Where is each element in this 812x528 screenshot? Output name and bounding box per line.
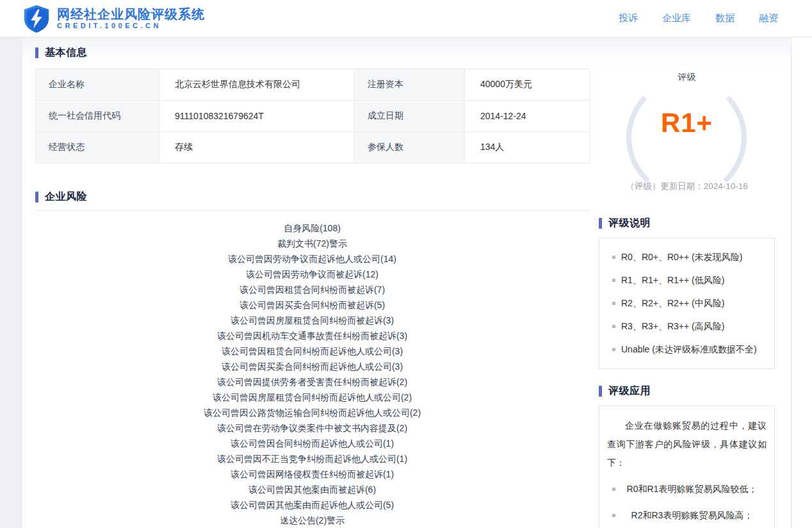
risk-item: 该公司曾因房屋租赁合同纠纷而起诉他人或公司(2) xyxy=(35,390,589,405)
usage-item: R0和R1表明赊账贸易风险较低； xyxy=(607,480,767,499)
rating-scale-item: R3、R3+、R3++ (高风险) xyxy=(607,320,767,333)
info-value: 北京云杉世界信息技术有限公司 xyxy=(159,69,355,101)
risk-item: 该公司曾因买卖合同纠纷而被起诉(5) xyxy=(35,297,589,313)
rating-scale-item: R2、R2+、R2++ (中风险) xyxy=(607,297,767,309)
bullet-square-icon xyxy=(612,348,615,351)
info-value: 91110108321679624T xyxy=(159,101,355,132)
nav-link[interactable]: 数据 xyxy=(715,12,735,24)
risk-item: 该公司曾在劳动争议类案件中被文书内容提及(2) xyxy=(35,420,589,436)
main-nav: 投诉企业库数据融资 xyxy=(619,12,778,24)
bullet-square-icon xyxy=(612,279,615,282)
info-label: 经营状态 xyxy=(36,132,159,163)
nav-link[interactable]: 投诉 xyxy=(619,12,638,24)
top-header: 网经社企业风险评级系统 CREDIT.100EC.CN 投诉企业库数据融资 xyxy=(0,0,812,37)
nav-link[interactable]: 融资 xyxy=(759,12,778,24)
rating-scale-item: R0、R0+、R0++ (未发现风险) xyxy=(607,251,767,263)
risk-item: 该公司曾因机动车交通事故责任纠纷而被起诉(3) xyxy=(35,328,589,343)
info-value: 2014-12-24 xyxy=(465,101,590,132)
info-value: 40000万美元 xyxy=(465,69,590,101)
risk-item: 该公司曾因不正当竞争纠纷而起诉他人或公司(1) xyxy=(35,451,589,466)
rating-scale-item: R1、R1+、R1++ (低风险) xyxy=(607,274,767,286)
risk-item: 该公司曾因合同纠纷而起诉他人或公司(1) xyxy=(35,436,589,451)
logo-text: 网经社企业风险评级系统 CREDIT.100EC.CN xyxy=(57,7,205,30)
bullet-square-icon xyxy=(612,256,615,259)
risk-item: 该公司曾因租赁合同纠纷而起诉他人或公司(3) xyxy=(35,343,589,359)
usage-item: R2和R3表明赊账贸易风险高； xyxy=(607,506,767,525)
rating-scale-box: R0、R0+、R0++ (未发现风险) R1、R1+、R1++ (低风险) R2… xyxy=(599,238,775,369)
shield-lightning-icon xyxy=(22,4,51,33)
bullet-square-icon xyxy=(612,325,615,328)
site-logo[interactable]: 网经社企业风险评级系统 CREDIT.100EC.CN xyxy=(22,4,205,33)
section-bar-icon xyxy=(35,47,38,58)
risk-item: 该公司曾因提供劳务者受害责任纠纷而被起诉(2) xyxy=(35,374,589,390)
rating-panel: 评级 R1+ （评级）更新日期：2024-10-16 xyxy=(599,63,775,201)
table-row: 经营状态 存续 参保人数 134人 xyxy=(36,132,590,163)
section-title: 基本信息 xyxy=(45,46,87,60)
rating-usage-header: 评级应用 xyxy=(599,384,775,397)
rating-scale-item: Unable (未达评级标准或数据不全) xyxy=(607,343,767,356)
risk-item: 该公司曾因网络侵权责任纠纷而被起诉(1) xyxy=(35,466,589,482)
info-value: 134人 xyxy=(465,132,590,163)
info-value: 存续 xyxy=(159,132,355,163)
section-bar-icon xyxy=(599,218,602,229)
rating-update-date: （评级）更新日期：2024-10-16 xyxy=(599,181,775,192)
bullet-square-icon xyxy=(612,302,615,305)
table-row: 企业名称 北京云杉世界信息技术有限公司 注册资本 40000万美元 xyxy=(36,69,590,101)
risk-item: 送达公告(2)警示 xyxy=(35,513,589,528)
risk-item: 自身风险(108) xyxy=(35,220,589,236)
section-bar-icon xyxy=(35,192,38,202)
scroll-gutter xyxy=(792,37,812,528)
risk-item: 该公司曾因其他案由而起诉他人或公司(5) xyxy=(35,497,589,513)
rating-notes-section: 评级说明 R0、R0+、R0++ (未发现风险) R1、R1+、R1++ (低风… xyxy=(599,217,775,369)
info-label: 注册资本 xyxy=(355,69,465,101)
section-title: 评级说明 xyxy=(608,217,651,230)
usage-intro: 企业在做赊账贸易的过程中，建议查询下游客户的风险评级，具体建议如下： xyxy=(607,417,767,472)
sidebar: 评级 R1+ （评级）更新日期：2024-10-16 评级说明 R0 xyxy=(599,46,775,528)
info-label: 企业名称 xyxy=(36,69,159,101)
risk-section-header: 企业风险 xyxy=(35,190,589,203)
risk-section: 企业风险 自身风险(108)裁判文书(72)警示该公司曾因劳动争议而起诉他人或公… xyxy=(35,190,589,528)
risk-item: 该公司曾因租赁合同纠纷而被起诉(7) xyxy=(35,282,589,297)
risk-item: 该公司曾因房屋租赁合同纠纷而被起诉(3) xyxy=(35,313,589,328)
risk-list: 自身风险(108)裁判文书(72)警示该公司曾因劳动争议而起诉他人或公司(14)… xyxy=(35,220,589,528)
table-row: 统一社会信用代码 91110108321679624T 成立日期 2014-12… xyxy=(36,101,590,132)
rating-usage-box: 企业在做赊账贸易的过程中，建议查询下游客户的风险评级，具体建议如下： R0和R1… xyxy=(599,406,775,528)
nav-link[interactable]: 企业库 xyxy=(662,12,691,24)
risk-item: 该公司曾因劳动争议而起诉他人或公司(14) xyxy=(35,251,589,267)
section-title: 企业风险 xyxy=(45,190,87,204)
bullet-square-icon xyxy=(612,488,615,491)
rating-usage-section: 评级应用 企业在做赊账贸易的过程中，建议查询下游客户的风险评级，具体建议如下： … xyxy=(599,384,775,528)
logo-title: 网经社企业风险评级系统 xyxy=(57,7,205,21)
risk-item: 该公司曾因买卖合同纠纷而起诉他人或公司(3) xyxy=(35,359,589,374)
main-column: 基本信息 企业名称 北京云杉世界信息技术有限公司 注册资本 40000万美元 xyxy=(35,46,589,528)
info-label: 成立日期 xyxy=(355,101,465,132)
risk-item: 该公司曾因其他案由而被起诉(6) xyxy=(35,482,589,497)
page-content: 基本信息 企业名称 北京云杉世界信息技术有限公司 注册资本 40000万美元 xyxy=(22,37,792,528)
risk-item: 裁判文书(72)警示 xyxy=(35,236,589,251)
basic-info-section-header: 基本信息 xyxy=(35,46,589,59)
risk-item: 该公司曾因公路货物运输合同纠纷而起诉他人或公司(2) xyxy=(35,405,589,420)
divider xyxy=(35,210,589,211)
rating-notes-header: 评级说明 xyxy=(599,217,775,229)
info-label: 参保人数 xyxy=(355,132,465,163)
rating-value: R1+ xyxy=(599,108,775,138)
basic-info-table: 企业名称 北京云杉世界信息技术有限公司 注册资本 40000万美元 统一社会信用… xyxy=(35,69,590,163)
bullet-square-icon xyxy=(612,514,615,517)
logo-subtitle: CREDIT.100EC.CN xyxy=(57,21,205,30)
section-title: 评级应用 xyxy=(608,384,651,398)
section-bar-icon xyxy=(599,386,602,397)
risk-item: 该公司曾因劳动争议而被起诉(12) xyxy=(35,267,589,282)
info-label: 统一社会信用代码 xyxy=(36,101,159,132)
